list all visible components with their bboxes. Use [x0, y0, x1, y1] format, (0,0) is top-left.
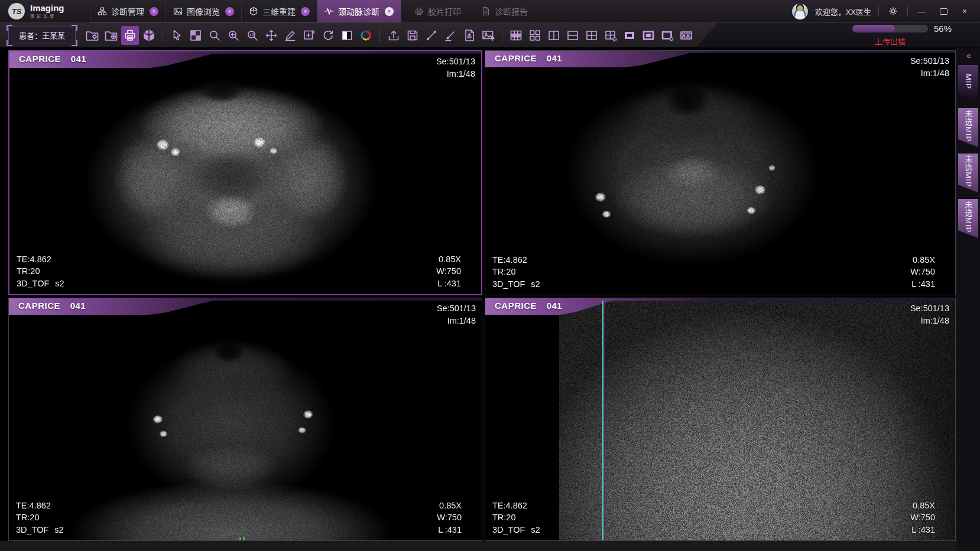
- measure-line-button[interactable]: [423, 26, 440, 45]
- cursor-icon: [170, 28, 184, 43]
- viewport-3[interactable]: CAPRICE 041 Se:501/13Im:1/48 TE:4.862TR:…: [8, 298, 482, 541]
- open-study-add-button[interactable]: [102, 26, 120, 45]
- waveform-icon: [324, 6, 334, 16]
- invert-button[interactable]: [338, 26, 356, 45]
- add-roi-button[interactable]: [300, 26, 318, 45]
- upload-percent: 56%: [934, 24, 954, 34]
- viewport-2-image[interactable]: [485, 51, 955, 295]
- shape-ellipse-button[interactable]: [640, 26, 657, 45]
- tab-4[interactable]: 颈动脉诊断×: [317, 0, 401, 22]
- measure-baseline-button[interactable]: [442, 26, 459, 45]
- tab-3[interactable]: 三维重建×: [241, 0, 317, 22]
- split-vertical-button[interactable]: [545, 26, 563, 45]
- pan-button[interactable]: [262, 26, 280, 45]
- add-roi-icon: [302, 28, 316, 43]
- tab-2[interactable]: 图像浏览×: [166, 0, 241, 22]
- grid-2x2-icon: [585, 28, 599, 43]
- acquisition-info: TE:4.862TR:203D_TOF s2: [16, 500, 64, 536]
- shape-rect-button[interactable]: [621, 26, 638, 45]
- series-info: Se:501/13Im:1/48: [436, 56, 475, 80]
- sidebar-tab-3[interactable]: 未选MIP: [958, 154, 978, 193]
- maximize-icon: [940, 8, 947, 15]
- upload-icon: [387, 28, 401, 43]
- invert-icon: [340, 28, 354, 43]
- viewport-1-image[interactable]: [9, 51, 481, 294]
- close-button[interactable]: ×: [958, 4, 972, 18]
- acquisition-info: TE:4.862TR:203D_TOF s2: [17, 253, 64, 290]
- app-name: Imaging: [30, 4, 64, 14]
- sidebar-tab-1[interactable]: MIP: [958, 65, 978, 102]
- zoom-2x-icon: x2: [245, 28, 259, 43]
- magnify-button[interactable]: [206, 26, 223, 45]
- series-info: Se:501/13Im:1/48: [437, 302, 476, 327]
- viewport-grid: CAPRICE 041 Se:501/13Im:1/48 TE:4.862TR:…: [0, 48, 980, 551]
- mip-sidebar: « MIP未选MIP未选MIP未选MIP: [956, 48, 980, 551]
- grid-3x3-button[interactable]: [507, 26, 525, 45]
- grid-2x2-small-button[interactable]: [526, 26, 544, 45]
- zoom-2x-button[interactable]: x2: [244, 26, 261, 45]
- open-study-add-icon: [104, 28, 118, 43]
- save-button[interactable]: [404, 26, 421, 45]
- tab-5[interactable]: 胶片打印: [407, 0, 468, 22]
- welcome-text: 欢迎您，XX医生: [815, 6, 871, 17]
- layout-checker-button[interactable]: [187, 26, 205, 45]
- filmstrip-icon: [679, 28, 693, 43]
- measure-line-icon: [424, 28, 439, 43]
- module-tabs: 诊断管理×图像浏览×三维重建×颈动脉诊断×胶片打印诊断报告: [90, 0, 535, 22]
- print-button[interactable]: [121, 26, 139, 45]
- viewport-2[interactable]: CAPRICE 041 Se:501/13Im:1/48 TE:4.862TR:…: [485, 50, 956, 295]
- grid-2x2-button[interactable]: [583, 26, 601, 45]
- tab-close-icon[interactable]: ×: [225, 7, 234, 16]
- upload-error-text: 上传出错: [852, 35, 928, 47]
- tab-label: 三维重建: [262, 5, 296, 17]
- split-horizontal-button[interactable]: [564, 26, 582, 45]
- rect-clear-button[interactable]: [658, 26, 676, 45]
- tab-label: 颈动脉诊断: [338, 5, 379, 17]
- zoom-in-button[interactable]: [225, 26, 242, 45]
- viewport-1[interactable]: CAPRICE 041 Se:501/13Im:1/48 TE:4.862TR:…: [8, 50, 482, 295]
- minimize-button[interactable]: —: [915, 4, 929, 18]
- viewport-3-image[interactable]: [9, 298, 482, 540]
- print-icon: [123, 28, 137, 43]
- annotate-button[interactable]: [281, 26, 299, 45]
- grid-clear-button[interactable]: [602, 26, 619, 45]
- acquisition-info: TE:4.862TR:203D_TOF s2: [492, 500, 540, 536]
- color-palette-button[interactable]: [357, 26, 375, 45]
- tab-6[interactable]: 诊断报告: [474, 0, 535, 22]
- viewport-4[interactable]: CAPRICE 041 Se:501/13Im:1/48 TE:4.862TR:…: [485, 298, 956, 541]
- sidebar-tab-4[interactable]: 未选MIP: [958, 199, 978, 238]
- report-add-button[interactable]: [460, 26, 478, 45]
- upload-button[interactable]: [385, 26, 403, 45]
- report-icon: [481, 6, 491, 16]
- open-study-settings-icon: [85, 28, 99, 43]
- sidebar-tab-2[interactable]: 未选MIP: [958, 108, 978, 147]
- image-export-icon: [481, 28, 495, 43]
- volume-3d-button[interactable]: [140, 26, 158, 45]
- slice-position-line[interactable]: [602, 301, 603, 540]
- display-info: 0.85XW:750L :431: [910, 254, 935, 291]
- image-export-button[interactable]: [479, 26, 497, 45]
- display-info: 0.85XW:750L :431: [437, 500, 462, 536]
- display-info: 0.85XW:750L :431: [436, 253, 461, 290]
- collapse-sidebar-button[interactable]: «: [956, 51, 980, 60]
- rotate-button[interactable]: [319, 26, 337, 45]
- patient-field[interactable]: 患者：王某某: [8, 27, 76, 44]
- viewport-title: CAPRICE 041: [19, 54, 86, 64]
- split-horizontal-icon: [566, 28, 580, 43]
- tab-close-icon[interactable]: ×: [301, 7, 310, 16]
- maximize-button[interactable]: [936, 4, 950, 18]
- series-info: Se:501/13Im:1/48: [910, 55, 949, 79]
- slice-marker: [239, 537, 241, 540]
- grid-3x3-icon: [509, 28, 523, 43]
- viewport-4-image[interactable]: [485, 298, 955, 540]
- toolbar-separator: [502, 28, 502, 43]
- report-add-icon: [462, 28, 476, 43]
- settings-gear-icon[interactable]: [886, 4, 900, 18]
- tab-close-icon[interactable]: ×: [150, 7, 158, 16]
- patient-label: 患者：王某某: [19, 30, 65, 41]
- tab-close-icon[interactable]: ×: [385, 7, 394, 16]
- tab-1[interactable]: 诊断管理×: [90, 0, 166, 22]
- open-study-settings-button[interactable]: [83, 26, 101, 45]
- filmstrip-button[interactable]: [677, 26, 695, 45]
- cursor-button[interactable]: [168, 26, 186, 45]
